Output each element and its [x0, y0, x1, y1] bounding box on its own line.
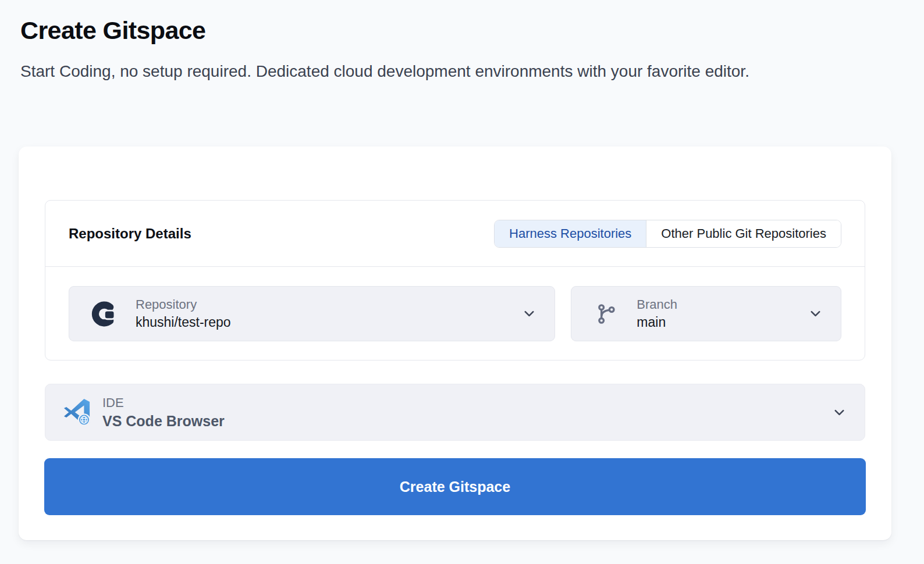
- ide-field-text: IDE VS Code Browser: [102, 395, 831, 430]
- chevron-down-icon: [808, 306, 823, 322]
- ide-select[interactable]: IDE VS Code Browser: [45, 384, 865, 441]
- create-gitspace-page: Create Gitspace Start Coding, no setup r…: [0, 0, 924, 564]
- branch-label: Branch: [637, 297, 808, 312]
- gitspace-form-card: Repository Details Harness Repositories …: [19, 147, 891, 540]
- chevron-down-icon: [521, 306, 537, 322]
- ide-value: VS Code Browser: [102, 413, 831, 430]
- repository-details-panel: Repository Details Harness Repositories …: [45, 200, 865, 360]
- branch-field-text: Branch main: [637, 297, 808, 330]
- repository-select[interactable]: Repository khushi/test-repo: [69, 286, 555, 341]
- repository-source-tabs: Harness Repositories Other Public Git Re…: [494, 220, 841, 248]
- page-subtitle: Start Coding, no setup required. Dedicat…: [20, 60, 852, 83]
- branch-value: main: [637, 315, 808, 330]
- chevron-down-icon: [831, 405, 847, 420]
- page-title: Create Gitspace: [20, 16, 205, 45]
- repository-details-body: Repository khushi/test-repo: [45, 267, 865, 341]
- repository-icon: [91, 301, 117, 327]
- create-gitspace-button[interactable]: Create Gitspace: [44, 458, 866, 515]
- repository-details-header: Repository Details Harness Repositories …: [45, 201, 865, 267]
- repository-label: Repository: [136, 297, 521, 312]
- git-branch-icon: [595, 301, 618, 327]
- vscode-browser-icon: [63, 398, 91, 426]
- ide-label: IDE: [102, 395, 831, 410]
- repository-details-heading: Repository Details: [69, 226, 191, 242]
- repository-value: khushi/test-repo: [136, 315, 521, 330]
- repository-field-text: Repository khushi/test-repo: [136, 297, 521, 330]
- tab-other-public-git-repositories[interactable]: Other Public Git Repositories: [646, 220, 841, 247]
- tab-harness-repositories[interactable]: Harness Repositories: [495, 220, 646, 247]
- branch-select[interactable]: Branch main: [571, 286, 841, 341]
